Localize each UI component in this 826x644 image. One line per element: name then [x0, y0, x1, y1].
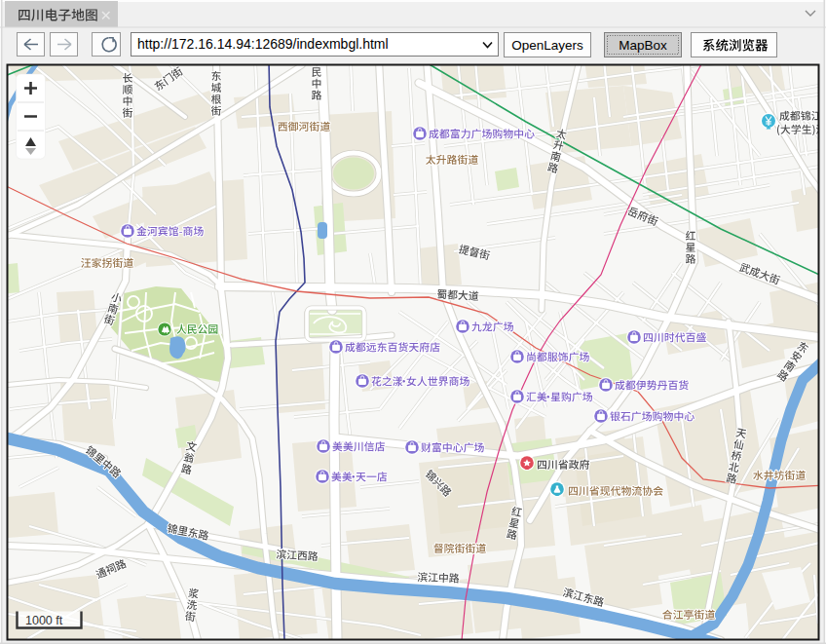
svg-text:http://172.16.14.94:12689/inde: http://172.16.14.94:12689/indexmbgl.html — [137, 36, 389, 52]
svg-text:OpenLayers: OpenLayers — [511, 38, 583, 53]
svg-text:MapBox: MapBox — [619, 38, 667, 53]
svg-text:1000 ft: 1000 ft — [25, 614, 63, 627]
